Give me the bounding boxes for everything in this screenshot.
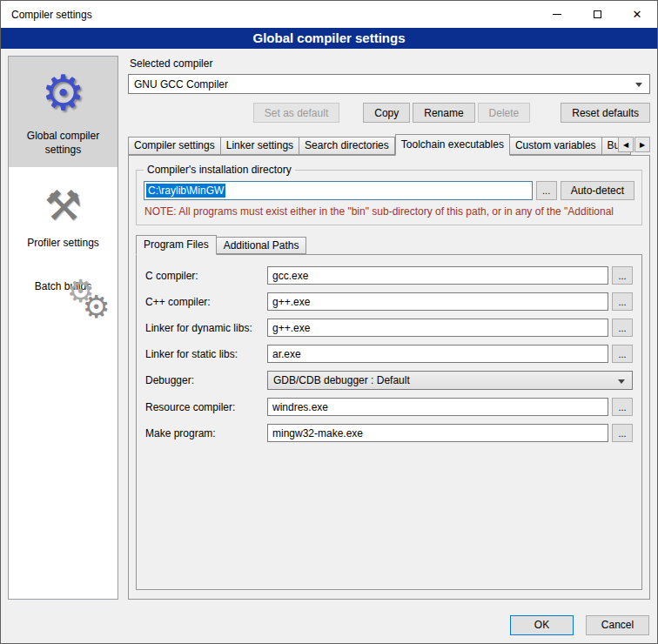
- cpp-compiler-value: g++.exe: [272, 296, 310, 308]
- compiler-select-value: GNU GCC Compiler: [134, 78, 228, 91]
- minimize-icon: [553, 14, 561, 15]
- cpp-compiler-browse-button[interactable]: ...: [612, 292, 633, 311]
- profiler-icon: ⚒: [12, 179, 114, 230]
- resource-compiler-label: Resource compiler:: [145, 401, 267, 413]
- bin-subdirectory-note: NOTE: All programs must exist either in …: [144, 205, 634, 218]
- debugger-select-value: GDB/CDB debugger : Default: [273, 374, 410, 386]
- resource-compiler-row: Resource compiler: windres.exe ...: [145, 398, 633, 416]
- tab-scroll-buttons: ◀ ▶: [618, 137, 650, 152]
- make-program-label: Make program:: [145, 427, 267, 439]
- tab-search-directories[interactable]: Search directories: [299, 137, 395, 155]
- installation-directory-value: C:\raylib\MinGW: [146, 184, 225, 198]
- cpp-compiler-input[interactable]: g++.exe: [267, 292, 608, 311]
- toolchain-executables-page: Compiler's installation directory C:\ray…: [128, 155, 650, 600]
- installation-directory-groupbox: Compiler's installation directory C:\ray…: [136, 164, 642, 225]
- sidebar-item-batch-builds[interactable]: ⚙ ⚙ Batch builds: [9, 261, 118, 305]
- linker-dynamic-browse-button[interactable]: ...: [612, 319, 633, 337]
- resource-compiler-value: windres.exe: [272, 401, 328, 413]
- auto-detect-button[interactable]: Auto-detect: [561, 181, 634, 200]
- linker-dynamic-input[interactable]: g++.exe: [267, 319, 608, 337]
- maximize-icon: [594, 10, 601, 18]
- tab-scroll-left-button[interactable]: ◀: [618, 137, 634, 152]
- installation-directory-browse-button[interactable]: ...: [536, 181, 557, 200]
- c-compiler-input[interactable]: gcc.exe: [267, 266, 608, 285]
- copy-button[interactable]: Copy: [363, 103, 410, 123]
- linker-static-input[interactable]: ar.exe: [267, 345, 608, 363]
- window-title: Compiler settings: [1, 9, 537, 21]
- ok-button[interactable]: OK: [510, 615, 574, 635]
- resource-compiler-input[interactable]: windres.exe: [267, 398, 608, 416]
- make-program-value: mingw32-make.exe: [272, 427, 363, 439]
- debugger-label: Debugger:: [145, 374, 267, 386]
- make-program-row: Make program: mingw32-make.exe ...: [145, 424, 633, 442]
- dialog-header: Global compiler settings: [1, 28, 657, 49]
- cancel-button[interactable]: Cancel: [586, 615, 649, 635]
- c-compiler-value: gcc.exe: [272, 270, 308, 282]
- installation-directory-legend: Compiler's installation directory: [144, 164, 295, 176]
- settings-sidebar: ⚙ Global compiler settings ⚒ Profiler se…: [8, 56, 118, 600]
- compiler-select[interactable]: GNU GCC Compiler: [128, 74, 650, 94]
- tab-compiler-settings[interactable]: Compiler settings: [128, 137, 221, 155]
- installation-directory-row: C:\raylib\MinGW ... Auto-detect: [144, 181, 634, 200]
- gear-icon: ⚙: [83, 289, 111, 325]
- debugger-row: Debugger: GDB/CDB debugger : Default: [145, 371, 633, 390]
- delete-button[interactable]: Delete: [478, 103, 531, 123]
- compiler-button-row: Set as default Copy Rename Delete Reset …: [128, 103, 650, 123]
- make-program-browse-button[interactable]: ...: [612, 424, 633, 442]
- sidebar-item-global-compiler-settings[interactable]: ⚙ Global compiler settings: [9, 57, 118, 167]
- subtab-program-files[interactable]: Program Files: [136, 235, 217, 255]
- sidebar-item-label: Global compiler settings: [12, 130, 114, 157]
- program-files-page: C compiler: gcc.exe ... C++ compiler: g+…: [136, 254, 642, 590]
- gear-icon: ⚙: [12, 69, 114, 123]
- make-program-input[interactable]: mingw32-make.exe: [267, 424, 608, 442]
- linker-dynamic-row: Linker for dynamic libs: g++.exe ...: [145, 319, 633, 337]
- rename-button[interactable]: Rename: [413, 103, 474, 123]
- tab-scroll-right-button[interactable]: ▶: [634, 137, 650, 152]
- program-files-tabstrip: Program Files Additional Paths: [136, 234, 642, 254]
- cpp-compiler-label: C++ compiler:: [145, 296, 267, 308]
- titlebar: Compiler settings ✕: [1, 1, 657, 28]
- main-panel: Selected compiler GNU GCC Compiler Set a…: [128, 56, 650, 600]
- debugger-select[interactable]: GDB/CDB debugger : Default: [267, 371, 633, 390]
- linker-dynamic-label: Linker for dynamic libs:: [145, 322, 267, 334]
- dialog-footer: OK Cancel: [1, 607, 657, 643]
- settings-tabstrip: Compiler settings Linker settings Search…: [128, 133, 650, 155]
- linker-static-row: Linker for static libs: ar.exe ...: [145, 345, 633, 363]
- caption-buttons: ✕: [537, 1, 657, 28]
- selected-compiler-label: Selected compiler: [130, 57, 650, 70]
- linker-static-browse-button[interactable]: ...: [612, 345, 633, 363]
- installation-directory-input[interactable]: C:\raylib\MinGW: [144, 181, 533, 200]
- c-compiler-row: C compiler: gcc.exe ...: [145, 266, 633, 285]
- sidebar-item-profiler-settings[interactable]: ⚒ Profiler settings: [9, 167, 118, 261]
- c-compiler-label: C compiler:: [145, 270, 267, 282]
- minimize-button[interactable]: [537, 1, 577, 28]
- linker-static-value: ar.exe: [272, 348, 301, 360]
- tab-toolchain-executables[interactable]: Toolchain executables: [395, 134, 510, 156]
- subtab-additional-paths[interactable]: Additional Paths: [217, 237, 307, 254]
- linker-static-label: Linker for static libs:: [145, 348, 267, 360]
- set-as-default-button[interactable]: Set as default: [253, 103, 339, 123]
- tab-custom-variables[interactable]: Custom variables: [510, 137, 602, 155]
- close-button[interactable]: ✕: [617, 1, 657, 28]
- compiler-settings-window: Compiler settings ✕ Global compiler sett…: [0, 0, 658, 644]
- sidebar-item-label: Profiler settings: [12, 237, 114, 251]
- chevron-down-icon: [618, 379, 625, 384]
- linker-dynamic-value: g++.exe: [272, 322, 310, 334]
- chevron-down-icon: [635, 83, 642, 87]
- reset-defaults-button[interactable]: Reset defaults: [561, 103, 650, 123]
- c-compiler-browse-button[interactable]: ...: [612, 266, 633, 285]
- maximize-button[interactable]: [577, 1, 617, 28]
- dialog-body: ⚙ Global compiler settings ⚒ Profiler se…: [1, 49, 657, 607]
- close-icon: ✕: [633, 9, 642, 20]
- tab-linker-settings[interactable]: Linker settings: [221, 137, 299, 155]
- resource-compiler-browse-button[interactable]: ...: [612, 398, 633, 416]
- cpp-compiler-row: C++ compiler: g++.exe ...: [145, 292, 633, 311]
